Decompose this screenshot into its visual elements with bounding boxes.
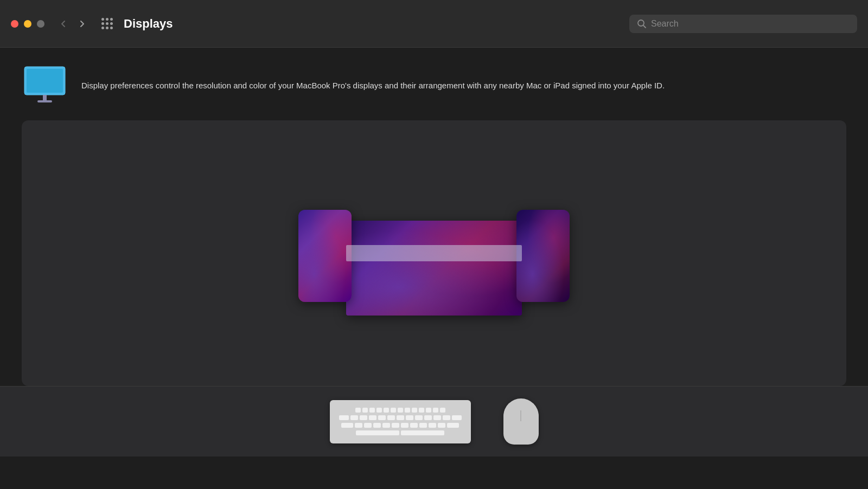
forward-button[interactable] bbox=[74, 16, 90, 32]
search-input[interactable] bbox=[651, 19, 850, 29]
search-bar[interactable] bbox=[629, 15, 857, 33]
back-button[interactable] bbox=[55, 16, 72, 32]
svg-rect-4 bbox=[37, 100, 52, 102]
device-right[interactable] bbox=[516, 210, 570, 302]
window-controls bbox=[11, 20, 44, 28]
minimize-button[interactable] bbox=[24, 20, 31, 28]
mouse-visual bbox=[503, 398, 539, 445]
device-left[interactable] bbox=[298, 210, 352, 302]
titlebar: Displays bbox=[0, 0, 868, 48]
bottom-section bbox=[0, 386, 868, 456]
nav-buttons bbox=[55, 16, 90, 32]
page-title: Displays bbox=[124, 17, 629, 31]
connect-bar bbox=[346, 245, 522, 261]
svg-rect-3 bbox=[43, 95, 47, 100]
keyboard-visual bbox=[330, 400, 471, 443]
svg-rect-2 bbox=[27, 69, 63, 93]
main-content: Display preferences control the resoluti… bbox=[0, 48, 868, 386]
display-icon bbox=[22, 64, 71, 107]
arrangement-area[interactable] bbox=[22, 120, 846, 386]
fullscreen-button[interactable] bbox=[37, 20, 44, 28]
search-icon bbox=[637, 19, 647, 29]
description-section: Display preferences control the resoluti… bbox=[22, 64, 846, 107]
description-text: Display preferences control the resoluti… bbox=[81, 80, 665, 92]
grid-icon bbox=[101, 18, 113, 29]
device-center-macbook[interactable] bbox=[346, 221, 522, 316]
close-button[interactable] bbox=[11, 20, 18, 28]
displays-visual bbox=[298, 199, 570, 307]
svg-point-0 bbox=[638, 20, 644, 26]
all-preferences-button[interactable] bbox=[99, 16, 115, 32]
